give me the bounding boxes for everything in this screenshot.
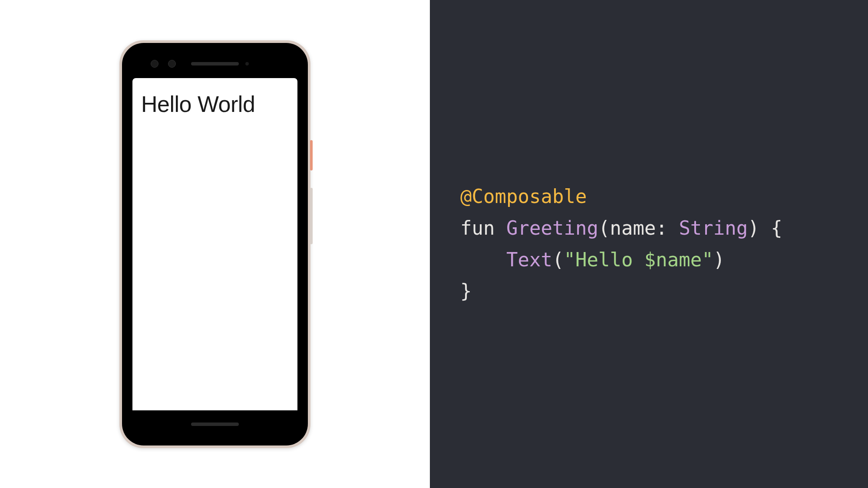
phone-mockup: Hello World [119, 40, 310, 448]
code-param-type: String [679, 217, 748, 239]
code-call-paren-close: ) [713, 249, 725, 271]
code-brace-open: { [771, 217, 782, 239]
code-string-literal: "Hello $name" [564, 249, 713, 271]
phone-screen: Hello World [132, 78, 297, 410]
phone-top-bezel [129, 50, 301, 78]
code-call-name: Text [506, 249, 552, 271]
code-param-name: name [610, 217, 656, 239]
code-indent [460, 249, 506, 271]
camera-lens-icon [168, 60, 176, 68]
code-call-paren-open: ( [552, 249, 564, 271]
code-keyword-fun: fun [460, 217, 495, 239]
phone-volume-button-icon [310, 188, 313, 244]
code-paren-close: ) [748, 217, 759, 239]
code-paren-open: ( [598, 217, 610, 239]
phone-power-button-icon [310, 140, 313, 170]
phone-speaker-icon [191, 422, 239, 426]
code-brace-close: } [460, 280, 472, 302]
code-snippet: @Composable fun Greeting(name: String) {… [460, 181, 782, 307]
phone-frame: Hello World [122, 43, 308, 445]
greeting-text: Hello World [141, 91, 289, 117]
code-panel: @Composable fun Greeting(name: String) {… [430, 0, 868, 488]
camera-lens-icon [151, 60, 158, 68]
code-annotation: @Composable [460, 185, 587, 207]
phone-inner: Hello World [129, 50, 301, 439]
phone-earpiece-icon [191, 62, 239, 66]
phone-bottom-bezel [129, 410, 301, 439]
preview-panel: Hello World [0, 0, 430, 488]
phone-sensor-icon [245, 62, 249, 66]
code-function-name: Greeting [506, 217, 598, 239]
code-colon: : [656, 217, 667, 239]
phone-camera-icon [151, 60, 176, 68]
